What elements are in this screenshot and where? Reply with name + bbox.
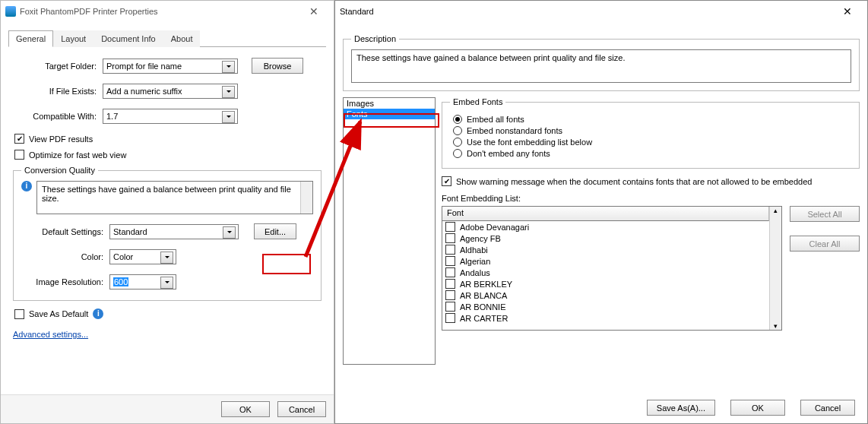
window-title: Foxit PhantomPDF Printer Properties (20, 7, 158, 16)
view-pdf-label: View PDF results (29, 134, 93, 144)
font-name: AR CARTER (460, 314, 508, 323)
titlebar-left[interactable]: Foxit PhantomPDF Printer Properties ✕ (1, 1, 334, 22)
font-row[interactable]: Algerian (442, 255, 769, 267)
cancel-button[interactable]: Cancel (277, 401, 326, 417)
ok-button[interactable]: OK (221, 401, 270, 417)
compatible-label: Compatible With: (13, 112, 103, 121)
target-folder-label: Target Folder: (13, 62, 103, 71)
default-settings-select[interactable]: Standard (109, 224, 239, 239)
tab-layout[interactable]: Layout (53, 30, 93, 47)
tabs: General Layout Document Info About (8, 30, 326, 47)
scrollbar[interactable] (769, 207, 781, 330)
color-select[interactable]: Color (109, 249, 176, 264)
if-exists-select[interactable]: Add a numeric suffix (103, 84, 238, 99)
annotation-highlight-fonts (345, 115, 438, 126)
app-icon (5, 6, 16, 17)
radio-use-list[interactable] (453, 138, 462, 147)
category-list[interactable]: Images Fonts (343, 97, 436, 365)
embed-fonts-group: Embed Fonts Embed all fonts Embed nonsta… (442, 97, 860, 169)
font-row[interactable]: AR BERKLEY (442, 278, 769, 290)
font-name: AR BERKLEY (460, 280, 512, 289)
font-row[interactable]: AR CARTER (442, 312, 769, 324)
clear-all-button[interactable]: Clear All (790, 236, 860, 252)
font-checkbox[interactable] (445, 302, 455, 312)
if-exists-label: If File Exists: (13, 87, 103, 96)
font-checkbox[interactable] (445, 290, 455, 300)
window-title: Standard (340, 7, 374, 16)
footer-left: OK Cancel (1, 394, 334, 423)
warning-checkbox[interactable] (442, 176, 451, 186)
tab-general[interactable]: General (8, 30, 53, 47)
ok-button[interactable]: OK (730, 400, 785, 416)
save-default-checkbox[interactable] (14, 309, 24, 319)
font-name: AR BONNIE (460, 302, 506, 312)
optimize-label: Optimize for fast web view (29, 150, 126, 160)
tab-document-info[interactable]: Document Info (93, 30, 163, 47)
select-all-button[interactable]: Select All (790, 206, 860, 222)
radio-embed-all[interactable] (453, 115, 462, 124)
optimize-checkbox[interactable] (14, 150, 24, 160)
font-name: Agency FB (460, 234, 501, 243)
save-as-button[interactable]: Save As(A)... (647, 400, 715, 416)
resolution-combo[interactable]: 600 (109, 274, 176, 290)
font-name: Adobe Devanagari (460, 223, 529, 232)
font-name: Andalus (460, 268, 490, 277)
edit-button[interactable]: Edit... (254, 223, 296, 239)
font-name: AR BLANCA (460, 291, 507, 300)
info-icon: i (21, 181, 32, 191)
resolution-label: Image Resolution: (21, 277, 109, 286)
radio-embed-none[interactable] (453, 149, 462, 158)
category-images[interactable]: Images (344, 98, 435, 109)
font-checkbox[interactable] (445, 222, 455, 232)
font-row[interactable]: AR BLANCA (442, 290, 769, 301)
warning-label: Show warning message when the document c… (456, 177, 812, 186)
font-column-header[interactable]: Font (442, 207, 769, 221)
font-row[interactable]: Aldhabi (442, 244, 769, 255)
close-icon[interactable]: ✕ (299, 5, 329, 17)
advanced-settings-link[interactable]: Advanced settings... (13, 330, 88, 339)
footer-right: Save As(A)... OK Cancel (647, 400, 855, 416)
description-group: Description These settings have gained a… (343, 34, 860, 91)
description-legend: Description (351, 34, 399, 43)
annotation-highlight-edit (264, 255, 309, 273)
info-icon[interactable]: i (93, 309, 103, 319)
scrollbar[interactable] (300, 182, 312, 214)
font-checkbox[interactable] (445, 233, 455, 243)
printer-properties-window: Foxit PhantomPDF Printer Properties ✕ Ge… (0, 0, 334, 424)
save-default-label: Save As Default (29, 309, 88, 318)
description-text[interactable]: These settings have gained a balance bet… (351, 49, 851, 83)
font-row[interactable]: AR BONNIE (442, 301, 769, 312)
conversion-quality-group: Conversion Quality i These settings have… (13, 166, 322, 301)
conversion-quality-legend: Conversion Quality (21, 166, 98, 175)
font-checkbox[interactable] (445, 279, 455, 289)
browse-button[interactable]: Browse (252, 58, 303, 74)
radio-embed-nonstandard[interactable] (453, 126, 462, 135)
font-checkbox[interactable] (445, 245, 455, 255)
font-embedding-list[interactable]: Font Adobe DevanagariAgency FBAldhabiAlg… (442, 206, 782, 331)
target-folder-select[interactable]: Prompt for file name (103, 59, 238, 74)
font-row[interactable]: Andalus (442, 267, 769, 278)
font-name: Aldhabi (460, 245, 488, 255)
compatible-select[interactable]: 1.7 (103, 109, 238, 124)
quality-description: These settings have gained a balance bet… (36, 181, 313, 214)
view-pdf-checkbox[interactable] (14, 134, 24, 144)
font-checkbox[interactable] (445, 256, 455, 266)
color-label: Color: (21, 252, 109, 261)
default-settings-label: Default Settings: (21, 227, 109, 236)
font-checkbox[interactable] (445, 313, 455, 323)
font-row[interactable]: Agency FB (442, 233, 769, 244)
font-name: Algerian (460, 257, 490, 266)
font-list-label: Font Embedding List: (442, 194, 860, 203)
close-icon[interactable]: ✕ (832, 5, 863, 17)
font-checkbox[interactable] (445, 267, 455, 277)
titlebar-right[interactable]: Standard ✕ (335, 1, 867, 22)
font-row[interactable]: Adobe Devanagari (442, 221, 769, 233)
embed-fonts-legend: Embed Fonts (450, 97, 505, 106)
tab-about[interactable]: About (163, 30, 201, 47)
standard-settings-window: Standard ✕ Description These settings ha… (334, 0, 868, 424)
cancel-button[interactable]: Cancel (800, 400, 855, 416)
